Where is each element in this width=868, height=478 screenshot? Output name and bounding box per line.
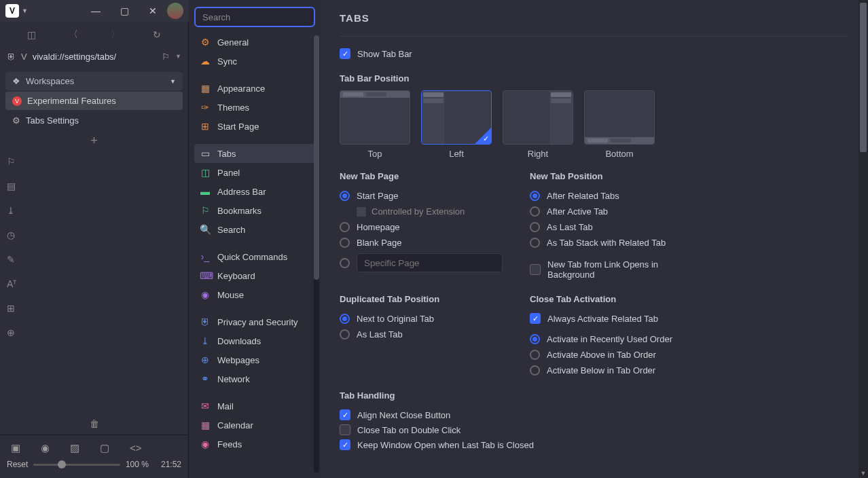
nav-panel[interactable]: ◫Panel [194,163,315,182]
scroll-down-icon[interactable]: ▼ [858,470,868,477]
nav-quickcommands[interactable]: ›_Quick Commands [194,247,315,266]
tab-position-top[interactable]: Top [340,90,410,159]
notes-panel-icon[interactable]: ✎ [7,254,23,265]
sidebar-scrollbar[interactable] [314,35,319,473]
url-text: vivaldi://settings/tabs/ [33,52,156,62]
shield-icon[interactable]: ⛨ [7,52,16,62]
nav-mouse[interactable]: ◉Mouse [194,285,315,304]
app-menu-chevron-icon[interactable]: ▼ [22,7,28,14]
section-duplicated-position: Duplicated Tab Position [340,294,503,304]
nav-search[interactable]: 🔍Search [194,220,315,239]
new-tab-button[interactable]: + [5,130,183,152]
nav-startpage[interactable]: ⊞Start Page [194,117,315,136]
image-toggle-icon[interactable]: ▨ [70,442,79,454]
panel-strip: ⚐ ▤ ⤓ ◷ ✎ Aᵀ ⊞ ⊕ [0,156,23,338]
bookmark-icon[interactable]: ⚐ [162,52,170,62]
nav-addressbar[interactable]: ▬Address Bar [194,182,315,201]
back-button[interactable]: 〈 [69,29,78,41]
window-panel-icon[interactable]: ⊞ [7,303,23,314]
checkbox-always-related[interactable]: ✓Always Activate Related Tab [530,311,693,326]
radio-below-order[interactable]: Activate Below in Tab Order [530,363,693,378]
radio-after-active[interactable]: After Active Tab [530,204,693,219]
section-close-activation: Close Tab Activation [530,294,693,304]
search-icon: 🔍 [200,224,211,235]
keyboard-icon: ⌨ [200,270,211,281]
checkbox-align-close[interactable]: ✓Align Next Close Button [340,407,849,422]
close-window-button[interactable]: ✕ [139,0,167,22]
shield-icon: ⛨ [200,316,211,327]
panel-toggle-icon[interactable]: ◫ [27,29,36,40]
show-tab-bar-checkbox[interactable]: ✓ Show Tab Bar [340,46,849,61]
tile-icon[interactable]: ▣ [11,442,20,454]
nav-general[interactable]: ⚙General [194,33,315,52]
radio-blank-page[interactable]: Blank Page [340,235,503,251]
status-bar: ▣ ◉ ▨ ▢ <> Reset 100 % 21:52 [0,435,188,478]
zoom-slider[interactable] [33,464,120,466]
bookmark-icon: ⚐ [200,205,211,216]
radio-after-related[interactable]: After Related Tabs [530,188,693,204]
clock: 21:52 [161,460,181,469]
nav-calendar[interactable]: ▦Calendar [194,416,315,435]
radio-above-order[interactable]: Activate Above in Tab Order [530,347,693,363]
radio-start-page[interactable]: Start Page [340,188,503,204]
radio-recent-order[interactable]: Activate in Recently Used Order [530,331,693,347]
forward-button[interactable]: 〉 [111,29,120,41]
minimize-button[interactable]: — [82,0,110,22]
nav-feeds[interactable]: ◉Feeds [194,435,315,454]
profile-avatar[interactable] [167,3,183,19]
nav-appearance[interactable]: ▦Appearance [194,79,315,98]
page-actions-icon[interactable]: ▢ [100,442,109,454]
radio-as-last[interactable]: As Last Tab [530,219,693,235]
downloads-panel-icon[interactable]: ⤓ [7,205,23,216]
nav-themes[interactable]: ✑Themes [194,98,315,117]
address-bar[interactable]: ⛨ V vivaldi://settings/tabs/ ⚐ ▼ [0,45,188,68]
browser-chrome: ◫ 〈 〉 ↻ ⛨ V vivaldi://settings/tabs/ ⚐ ▼… [0,0,189,478]
nav-webpages[interactable]: ⊕Webpages [194,350,315,369]
capture-icon[interactable]: ◉ [41,442,50,454]
specific-page-input[interactable] [357,253,503,272]
nav-keyboard[interactable]: ⌨Keyboard [194,266,315,285]
section-tab-handling: Tab Handling [340,390,849,401]
trash-icon[interactable]: 🗑 [0,413,188,435]
radio-homepage[interactable]: Homepage [340,219,503,235]
section-tab-bar-position: Tab Bar Position [340,73,849,84]
gear-icon: ⚙ [200,37,211,48]
section-new-tab-page: New Tab Page [340,171,503,181]
tab-tabs-settings[interactable]: ⚙ Tabs Settings [5,111,183,130]
checkbox-link-background[interactable]: New Tab from Link Opens in Background [530,257,693,282]
code-icon[interactable]: <> [130,442,142,454]
titlebar: V ▼ — ▢ ✕ [0,0,189,22]
history-panel-icon[interactable]: ◷ [7,229,23,240]
radio-dup-next[interactable]: Next to Original Tab [340,311,503,327]
settings-search-input[interactable]: Search [194,7,315,27]
checkbox-keep-window-open[interactable]: ✓Keep Window Open when Last Tab is Close… [340,437,849,452]
nav-mail[interactable]: ✉Mail [194,397,315,416]
tab-experimental-features[interactable]: V Experimental Features [5,92,183,110]
nav-downloads[interactable]: ⤓Downloads [194,331,315,350]
radio-dup-last[interactable]: As Last Tab [340,327,503,342]
layout-icon: ▦ [200,83,211,94]
content-scrollbar[interactable]: ▲ ▼ [858,0,868,478]
radio-as-stack[interactable]: As Tab Stack with Related Tab [530,235,693,251]
mouse-icon: ◉ [200,289,211,300]
tab-position-bottom[interactable]: Bottom [584,90,655,159]
nav-sync[interactable]: ☁Sync [194,52,315,71]
maximize-button[interactable]: ▢ [110,0,139,22]
tab-position-left[interactable]: ✓ Left [421,90,492,159]
nav-bookmarks[interactable]: ⚐Bookmarks [194,201,315,220]
settings-content: TABS ✓ Show Tab Bar Tab Bar Position Top… [321,0,868,478]
reload-button[interactable]: ↻ [153,29,161,40]
radio-specific-page[interactable] [340,251,503,275]
nav-network[interactable]: ⚭Network [194,369,315,388]
zoom-reset-button[interactable]: Reset [7,460,28,469]
translate-panel-icon[interactable]: Aᵀ [7,278,23,289]
bookmarks-panel-icon[interactable]: ⚐ [7,156,23,167]
nav-privacy[interactable]: ⛨Privacy and Security [194,312,315,331]
tab-position-right[interactable]: Right [503,90,573,159]
reading-list-icon[interactable]: ▤ [7,181,23,191]
nav-tabs[interactable]: ▭Tabs [194,144,315,163]
add-panel-icon[interactable]: ⊕ [7,327,23,338]
workspaces-header[interactable]: ❖ Workspaces ▼ [5,72,183,90]
checkbox-close-dblclick[interactable]: Close Tab on Double Click [340,422,849,437]
url-dropdown-icon[interactable]: ▼ [175,53,181,60]
